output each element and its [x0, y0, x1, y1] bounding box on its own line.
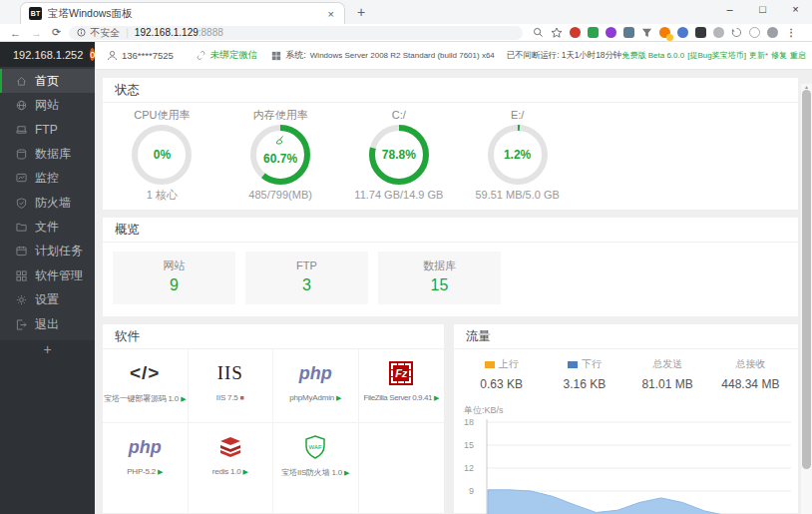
software-item-redis[interactable]: redis 1.0▶ — [189, 423, 274, 514]
gauge-value: 78.8% — [368, 124, 430, 186]
traffic-value: 448.34 MB — [709, 377, 792, 391]
bug-reward-link[interactable]: [提Bug奖宝塔币] — [687, 50, 746, 61]
user-account[interactable]: 136****7525 — [107, 50, 174, 61]
extension-icon[interactable] — [695, 27, 706, 38]
wechat-bind[interactable]: 未绑定微信 — [196, 49, 258, 62]
sidebar-item-settings[interactable]: 设置 — [0, 288, 95, 312]
gauge-footer: 485/799(MB) — [221, 189, 340, 202]
tab-close-icon[interactable]: × — [326, 8, 336, 20]
traffic-value: 3.16 KB — [543, 377, 625, 391]
extension-icon[interactable] — [606, 27, 616, 38]
traffic-value: 81.01 MB — [626, 377, 709, 391]
back-icon[interactable]: ← — [10, 27, 21, 39]
fix-link[interactable]: 修复 — [771, 50, 787, 61]
filezilla-icon: Fz — [391, 363, 411, 383]
sidebar-item-cron[interactable]: 计划任务 — [0, 240, 95, 263]
extension-icon[interactable] — [677, 27, 688, 38]
running-icon: ▶ — [336, 394, 341, 401]
sidebar-item-logout[interactable]: 退出 — [0, 312, 95, 336]
window-minimize-button[interactable]: – — [713, 0, 746, 22]
new-tab-button[interactable]: + — [357, 4, 365, 20]
gauge-label: C:/ — [340, 109, 459, 122]
scrollbar-thumb[interactable] — [802, 90, 811, 469]
sidebar-item-website[interactable]: 网站 — [0, 93, 95, 117]
browser-window: BT 宝塔Windows面板 × + – □ × ← → ⟳ 不安全 | 192… — [0, 0, 812, 514]
favicon: BT — [29, 7, 42, 20]
software-item-phpmyadmin[interactable]: php phpMyAdmin▶ — [273, 349, 359, 423]
history-icon[interactable] — [731, 27, 742, 38]
overview-label: 网站 — [113, 259, 235, 272]
gauge-footer: 1 核心 — [103, 189, 221, 202]
add-server-button[interactable]: + — [0, 340, 95, 357]
bookmark-star-icon[interactable] — [551, 27, 563, 39]
panel-body: 192.168.1.252 0 首页 网站 FTP 数据库 — [0, 42, 812, 514]
window-maximize-button[interactable]: □ — [746, 0, 779, 22]
overview-website[interactable]: 网站 9 — [113, 252, 235, 304]
gauge-label: E:/ — [458, 109, 577, 122]
code-icon: </> — [130, 362, 160, 384]
url-text: 192.168.1.129 — [135, 27, 199, 38]
address-bar[interactable]: 不安全 | 192.168.1.129:8888 — [69, 26, 523, 40]
software-card: 软件 </> 宝塔一键部署源码 1.0▶ IIS IIS 7.5■ php ph — [103, 324, 444, 513]
sidebar-item-label: 防火墙 — [35, 195, 71, 212]
zoom-icon[interactable] — [533, 27, 544, 38]
sidebar-item-label: 文件 — [35, 219, 59, 236]
sidebar-item-database[interactable]: 数据库 — [0, 142, 95, 166]
sidebar-item-ftp[interactable]: FTP — [0, 118, 95, 142]
url-port: :8888 — [199, 27, 223, 38]
software-item-deploy[interactable]: </> 宝塔一键部署源码 1.0▶ — [103, 349, 189, 423]
home-icon — [16, 76, 27, 87]
overview-ftp[interactable]: FTP 3 — [245, 252, 368, 304]
sidebar-item-label: 软件管理 — [35, 267, 83, 284]
extension-icon[interactable] — [570, 27, 581, 38]
extension-icon[interactable] — [588, 27, 599, 38]
server-ip: 192.168.1.252 — [13, 49, 83, 61]
server-selector[interactable]: 192.168.1.252 0 — [0, 42, 95, 67]
overview-count: 15 — [378, 276, 501, 294]
software-item-filezilla[interactable]: Fz FileZilla Server 0.9.41▶ — [359, 349, 445, 423]
gauge-value: 1.2% — [487, 124, 549, 186]
php-icon: php — [299, 363, 332, 384]
folder-icon — [16, 222, 27, 233]
traffic-total-sent: 总发送 81.01 MB — [626, 358, 709, 391]
sidebar-item-label: 退出 — [35, 316, 59, 333]
window-close-button[interactable]: × — [779, 0, 812, 22]
browser-tab[interactable]: BT 宝塔Windows面板 × — [20, 2, 345, 24]
software-item-php52[interactable]: php PHP-5.2▶ — [103, 423, 189, 514]
sidebar-item-files[interactable]: 文件 — [0, 215, 95, 239]
extension-icon[interactable] — [623, 27, 634, 38]
extension-funnel-icon[interactable] — [641, 27, 652, 38]
gauge-disk-e: E:/ 1.2% 59.51 MB/5.0 GB — [458, 109, 577, 202]
sidebar-item-firewall[interactable]: 防火墙 — [0, 191, 95, 215]
software-item-iis[interactable]: IIS IIS 7.5■ — [189, 349, 274, 423]
system-label: 系统: — [285, 49, 306, 62]
redis-icon — [218, 436, 242, 458]
sidebar-item-monitor[interactable]: 监控 — [0, 167, 95, 191]
sidebar-item-home[interactable]: 首页 — [0, 69, 95, 93]
extension-icon[interactable] — [749, 27, 760, 38]
page-scrollbar[interactable]: ▲ — [801, 84, 812, 514]
extension-icon[interactable] — [713, 27, 724, 38]
restart-link[interactable]: 重启 — [790, 50, 806, 61]
traffic-chart: 单位:KB/s 18 15 12 9 — [454, 417, 798, 514]
user-phone: 136****7525 — [122, 50, 174, 61]
gauge-footer: 11.74 GB/14.9 GB — [340, 189, 459, 202]
monitor-chart-icon — [16, 173, 27, 184]
update-link[interactable]: 更新* — [749, 50, 768, 61]
extension-icon[interactable] — [659, 27, 670, 38]
profile-avatar-icon[interactable] — [767, 27, 778, 38]
unlink-icon — [196, 50, 206, 61]
sidebar-item-label: 设置 — [35, 291, 59, 308]
software-item-waf[interactable]: WAF 宝塔IIS防火墙 1.0▶ — [273, 423, 359, 514]
overview-database[interactable]: 数据库 15 — [378, 252, 501, 304]
overview-count: 9 — [113, 276, 235, 294]
overview-label: 数据库 — [378, 259, 501, 272]
logout-icon — [16, 319, 27, 330]
software-title: 软件 — [103, 324, 444, 349]
system-value: Windows Server 2008 R2 Standard (build 7… — [310, 51, 495, 60]
system-info: 系统: Windows Server 2008 R2 Standard (bui… — [271, 49, 495, 62]
forward-icon[interactable]: → — [31, 27, 42, 39]
sidebar-item-software[interactable]: 软件管理 — [0, 263, 95, 287]
browser-menu-icon[interactable]: ⋮ — [786, 27, 796, 38]
reload-icon[interactable]: ⟳ — [52, 26, 61, 39]
